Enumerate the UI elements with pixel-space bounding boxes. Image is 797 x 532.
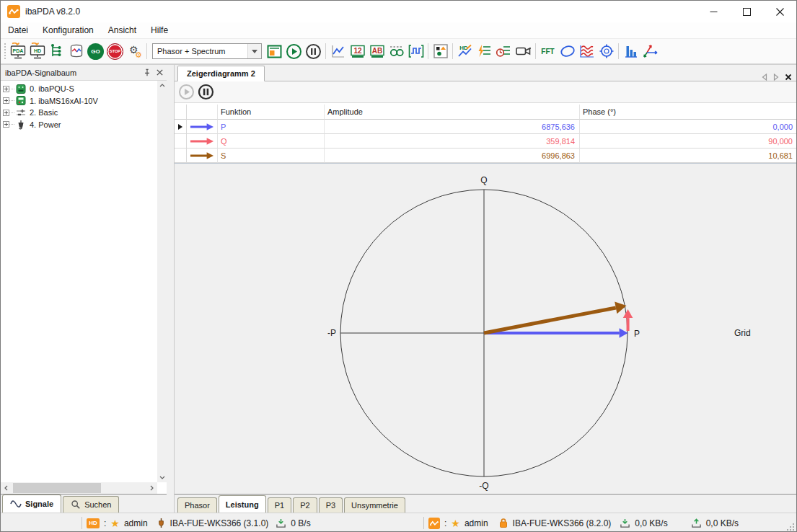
document-tab-bar: Zeigerdiagramm 2 — [175, 65, 797, 81]
diagram-play-button[interactable] — [178, 84, 195, 100]
hd-server-status: HD : ★ admin IBA-FUE-WKS366 (3.1.0) 0 B/… — [82, 513, 311, 532]
tree-item-label: 1. ibaMS16xAI-10V — [30, 97, 98, 105]
expand-icon[interactable] — [3, 86, 9, 92]
pda-server-name: IBA-FUE-WKS366 (8.2.0) — [513, 518, 612, 528]
layout-manager-button[interactable] — [265, 42, 284, 61]
histogram-view-button[interactable] — [621, 42, 640, 61]
hd-badge-icon: HD — [87, 518, 100, 528]
maximize-button[interactable] — [730, 1, 763, 22]
expand-icon[interactable] — [3, 110, 9, 116]
hd-server-button[interactable]: HD — [27, 42, 47, 61]
tab-phasor[interactable]: Phasor — [177, 497, 217, 513]
tab-p3[interactable]: P3 — [319, 497, 343, 513]
scroll-down-icon[interactable] — [157, 473, 167, 482]
amplitude-value[interactable]: 6875,636 — [325, 120, 580, 134]
menu-hilfe[interactable]: Hilfe — [144, 24, 175, 37]
combo-dropdown-button[interactable] — [247, 44, 261, 58]
funktion-value[interactable]: P — [218, 120, 325, 134]
expand-icon[interactable] — [3, 97, 9, 104]
funktion-value[interactable]: Q — [218, 134, 325, 148]
tab-suchen[interactable]: Suchen — [63, 496, 119, 513]
funktion-value[interactable]: S — [218, 148, 325, 163]
oscilloscope-button[interactable] — [387, 42, 406, 61]
go-button[interactable]: GO — [86, 42, 105, 61]
column-header-phase[interactable]: Phase (°) — [580, 105, 797, 120]
scroll-up-icon[interactable] — [157, 81, 167, 90]
minimize-button[interactable] — [697, 1, 730, 22]
main-panel: Zeigerdiagramm 2 — [174, 64, 797, 513]
orbit-view-button[interactable] — [558, 42, 577, 61]
signal-tree-button[interactable] — [47, 42, 66, 61]
vector-view-button[interactable] — [640, 42, 660, 61]
expand-icon[interactable] — [3, 121, 9, 128]
pause-acquisition-button[interactable] — [304, 42, 323, 61]
tree-connector — [9, 112, 14, 113]
digital-display-button[interactable]: 12 — [348, 42, 367, 61]
io-manager-button[interactable]: PDA — [8, 42, 27, 61]
menu-konfiguration[interactable]: Konfiguration — [35, 24, 101, 37]
tab-zeigerdiagramm[interactable]: Zeigerdiagramm 2 — [177, 66, 265, 81]
camera-view-button[interactable] — [514, 42, 533, 61]
text-display-button[interactable]: AB — [367, 42, 387, 61]
phase-value[interactable]: 90,000 — [580, 134, 797, 148]
data-storage-button[interactable] — [66, 42, 86, 61]
tree-item-ibapqu[interactable]: 0. ibaPQU-S — [1, 83, 157, 95]
row-arrow-cell — [187, 148, 218, 163]
fft-label: FFT — [541, 48, 554, 56]
scroll-left-icon[interactable] — [1, 482, 12, 494]
fft-view-button[interactable]: FFT — [538, 42, 558, 61]
start-acquisition-button[interactable] — [284, 42, 304, 61]
tree-item-ibams16[interactable]: 1. ibaMS16xAI-10V — [1, 95, 157, 107]
column-header-funktion[interactable]: Funktion — [218, 105, 325, 120]
time-period-list-button[interactable] — [494, 42, 514, 61]
column-header-amplitude[interactable]: Amplitude — [325, 105, 580, 120]
menu-ansicht[interactable]: Ansicht — [101, 24, 144, 37]
view-layout-select[interactable]: Phasor + Spectrum — [152, 43, 262, 59]
phasor-plot: Q -P P -Q Grid — [175, 164, 797, 495]
row-selector[interactable] — [175, 134, 187, 148]
tree-item-basic[interactable]: 2. Basic — [1, 107, 157, 119]
scroll-right-icon[interactable] — [146, 482, 157, 494]
polar-view-button[interactable] — [596, 42, 616, 61]
tab-p1[interactable]: P1 — [268, 497, 291, 513]
tree-item-power[interactable]: 4. Power — [1, 119, 157, 131]
upload-rate: 0,0 KB/s — [706, 518, 739, 528]
toolbar-grip[interactable] — [4, 43, 6, 59]
event-list-button[interactable] — [475, 42, 494, 61]
phase-value[interactable]: 10,681 — [580, 148, 797, 163]
amplitude-value[interactable]: 6996,863 — [325, 148, 580, 163]
tab-p2[interactable]: P2 — [293, 497, 317, 513]
scrollbar-thumb[interactable] — [13, 483, 101, 493]
tab-leistung[interactable]: Leistung — [219, 495, 266, 513]
user-star-icon: ★ — [110, 518, 120, 528]
tab-scroll-left-icon[interactable] — [762, 74, 767, 81]
tab-signale[interactable]: Signale — [2, 495, 61, 513]
close-button[interactable] — [763, 1, 796, 22]
trend-view-button[interactable] — [328, 42, 348, 61]
diagram-toolbar — [175, 81, 797, 103]
panel-splitter[interactable] — [167, 64, 174, 513]
row-selector[interactable] — [175, 148, 187, 163]
tab-scroll-right-icon[interactable] — [773, 74, 779, 81]
menu-datei[interactable]: Datei — [1, 24, 35, 37]
tab-unsymmetrie[interactable]: Unsymmetrie — [344, 497, 405, 513]
tree-vertical-scrollbar[interactable] — [157, 81, 167, 482]
phase-value[interactable]: 0,000 — [580, 120, 797, 134]
diagram-pause-button[interactable] — [198, 84, 214, 100]
close-tab-icon[interactable] — [785, 74, 792, 81]
row-selector[interactable] — [175, 120, 187, 134]
resize-grip[interactable] — [787, 523, 794, 531]
axis-label-p: P — [634, 329, 640, 339]
pin-icon[interactable] — [143, 68, 151, 77]
spectrogram-view-button[interactable] — [577, 42, 596, 61]
close-panel-icon[interactable] — [156, 68, 164, 76]
tree-horizontal-scrollbar[interactable] — [1, 482, 157, 494]
pqu-device-icon — [15, 84, 27, 94]
scatter-view-button[interactable] — [431, 42, 450, 61]
amplitude-value[interactable]: 359,814 — [325, 134, 580, 148]
hd-trend-button[interactable]: HD — [455, 42, 475, 61]
stop-button[interactable]: STOP — [105, 42, 125, 61]
settings-gears-button[interactable]: ⚙ ⚙ — [125, 42, 144, 61]
phasor-diagram: Q -P P -Q Grid — [175, 163, 797, 495]
digital-trend-button[interactable] — [406, 42, 426, 61]
